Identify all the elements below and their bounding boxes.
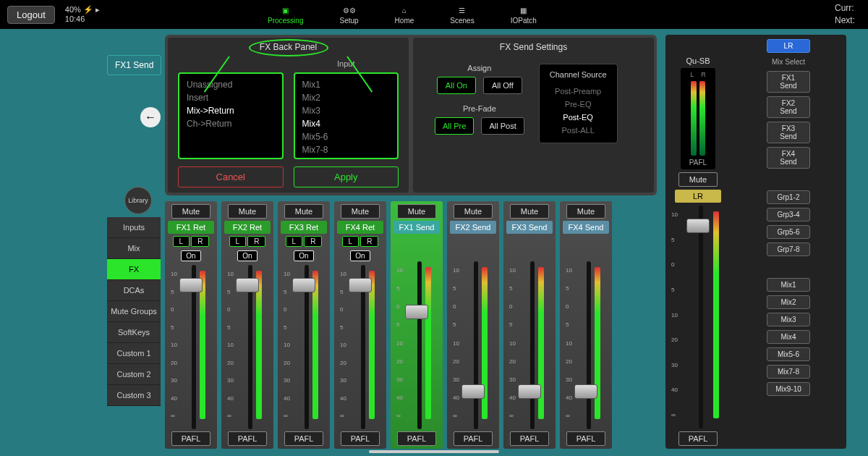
sidenav-item[interactable]: Mix — [107, 238, 161, 259]
sidenav-item[interactable]: Mute Groups — [107, 301, 161, 322]
sidenav-item[interactable]: SoftKeys — [107, 322, 161, 343]
nav-iopatch[interactable]: ▦IOPatch — [511, 4, 537, 25]
mix-select-button[interactable]: Mix9-10 — [767, 382, 810, 396]
all-on-button[interactable]: All On — [437, 77, 476, 94]
mute-button[interactable]: Mute — [171, 204, 210, 219]
list-item[interactable]: Mix2 — [295, 91, 398, 104]
fader-knob[interactable] — [574, 384, 597, 399]
list-item[interactable]: Unassigned — [179, 78, 282, 91]
fader-knob[interactable] — [461, 384, 485, 399]
pafl-button[interactable]: PAFL — [510, 431, 549, 446]
lr-toggle[interactable]: LR — [286, 236, 323, 247]
channel-label[interactable]: FX1 Ret — [168, 221, 214, 234]
list-item[interactable]: Mix5-6 — [295, 130, 398, 143]
source-option[interactable]: Post-Preamp — [550, 85, 607, 98]
cancel-button[interactable]: Cancel — [178, 166, 284, 187]
fader-knob[interactable] — [236, 278, 259, 292]
sidenav-item[interactable]: DCAs — [107, 280, 161, 301]
pafl-button[interactable]: PAFL — [171, 431, 210, 446]
channel-tag[interactable]: FX1 Send — [107, 55, 161, 75]
fader[interactable]: 1050510203040∞ — [393, 261, 440, 429]
mute-button[interactable]: Mute — [341, 204, 380, 219]
mix-select-button[interactable]: LR — [767, 39, 810, 53]
source-option[interactable]: Pre-EQ — [550, 98, 607, 111]
sidenav-item[interactable]: Custom 3 — [107, 385, 161, 406]
logout-button[interactable]: Logout — [7, 6, 55, 24]
apply-button[interactable]: Apply — [294, 166, 399, 187]
mute-button[interactable]: Mute — [397, 204, 436, 219]
mix-select-button[interactable]: Mix1 — [767, 278, 810, 292]
lr-toggle[interactable]: LR — [229, 236, 266, 247]
channel-label[interactable]: FX1 Send — [393, 221, 440, 234]
nav-setup[interactable]: ⚙⚙Setup — [339, 4, 358, 25]
master-label[interactable]: LR — [675, 190, 721, 203]
mix-select-button[interactable]: FX1Send — [767, 71, 810, 93]
list-item[interactable]: Mix4 — [295, 117, 398, 130]
master-pafl-button[interactable]: PAFL — [678, 431, 718, 446]
sidenav-item[interactable]: FX — [107, 259, 161, 280]
mix-select-button[interactable]: Mix2 — [767, 295, 810, 309]
mix-select-button[interactable]: Mix7-8 — [767, 365, 810, 379]
source-option[interactable]: Post-ALL — [550, 124, 607, 137]
channel-label[interactable]: FX4 Ret — [337, 221, 383, 234]
fader-knob[interactable] — [292, 278, 315, 292]
mix-select-button[interactable]: Mix5-6 — [767, 347, 810, 361]
sidenav-item[interactable]: Custom 1 — [107, 343, 161, 364]
list-item[interactable]: Ch->Return — [179, 117, 282, 130]
channel-label[interactable]: FX4 Send — [563, 221, 609, 234]
mute-button[interactable]: Mute — [454, 204, 493, 219]
lr-toggle[interactable]: LR — [342, 236, 379, 247]
list-item[interactable]: Mix9-10 — [295, 156, 398, 159]
mix-select-button[interactable]: Grp1-2 — [767, 190, 810, 204]
mix-select-button[interactable]: Mix4 — [767, 330, 810, 344]
on-button[interactable]: On — [294, 250, 313, 261]
fader[interactable]: 1050510203040∞ — [450, 261, 496, 429]
fader[interactable]: 1050510203040∞ — [337, 265, 383, 429]
mute-button[interactable]: Mute — [228, 204, 267, 219]
mix-select-button[interactable]: FX4Send — [767, 147, 810, 169]
sidenav-item[interactable]: Custom 2 — [107, 364, 161, 385]
pafl-button[interactable]: PAFL — [397, 431, 436, 446]
fader[interactable]: 1050510203040∞ — [563, 261, 609, 429]
routing-list[interactable]: UnassignedInsertMix->ReturnCh->Return — [178, 72, 284, 159]
mix-select-button[interactable]: Grp7-8 — [767, 242, 810, 256]
channel-source-box[interactable]: Channel Source Post-PreampPre-EQPost-EQP… — [539, 64, 618, 143]
all-post-button[interactable]: All Post — [481, 117, 524, 135]
back-button[interactable]: ← — [140, 107, 161, 127]
list-item[interactable]: Mix1 — [295, 78, 398, 91]
nav-processing[interactable]: ▣Processing — [268, 4, 303, 25]
mix-select-button[interactable]: Grp3-4 — [767, 208, 810, 221]
pafl-button[interactable]: PAFL — [341, 431, 380, 446]
fader-knob[interactable] — [349, 278, 372, 292]
mute-button[interactable]: Mute — [566, 204, 605, 219]
mute-button[interactable]: Mute — [510, 204, 549, 219]
list-item[interactable]: Mix3 — [295, 104, 398, 117]
all-off-button[interactable]: All Off — [483, 77, 522, 94]
mix-select-button[interactable]: Grp5-6 — [767, 225, 810, 239]
fader-knob[interactable] — [518, 384, 541, 399]
channel-label[interactable]: FX3 Send — [506, 221, 553, 234]
library-button[interactable]: Library — [124, 187, 152, 214]
nav-home[interactable]: ⌂Home — [395, 4, 414, 25]
fader-knob[interactable] — [179, 278, 203, 292]
list-item[interactable]: Mix7-8 — [295, 143, 398, 156]
fader[interactable]: 1050510203040∞ — [506, 261, 553, 429]
fader-knob[interactable] — [686, 219, 710, 233]
lr-toggle[interactable]: LR — [173, 236, 210, 247]
fader-knob[interactable] — [405, 305, 428, 319]
all-pre-button[interactable]: All Pre — [435, 117, 474, 135]
master-fader[interactable]: 1050510203040∞ — [668, 206, 728, 428]
on-button[interactable]: On — [237, 250, 257, 261]
sidenav-item[interactable]: Inputs — [107, 217, 161, 238]
mix-select-button[interactable]: Mix3 — [767, 313, 810, 326]
list-item[interactable]: Insert — [179, 91, 282, 104]
pafl-button[interactable]: PAFL — [454, 431, 493, 446]
mix-select-button[interactable]: FX2Send — [767, 96, 810, 118]
on-button[interactable]: On — [350, 250, 370, 261]
pafl-button[interactable]: PAFL — [228, 431, 267, 446]
channel-label[interactable]: FX2 Send — [450, 221, 496, 234]
pafl-button[interactable]: PAFL — [566, 431, 605, 446]
mix-select-button[interactable]: FX3Send — [767, 122, 810, 143]
fader[interactable]: 1050510203040∞ — [168, 265, 214, 429]
on-button[interactable]: On — [181, 250, 200, 261]
